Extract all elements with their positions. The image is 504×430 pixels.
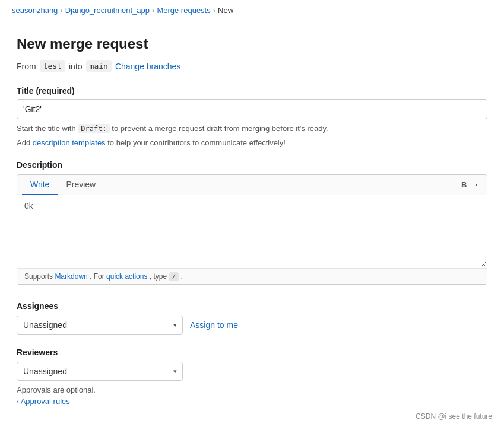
breadcrumb-current: New [218, 6, 233, 15]
from-branch: test [40, 60, 65, 72]
tab-preview[interactable]: Preview [58, 175, 104, 195]
more-icon[interactable]: · [473, 179, 480, 190]
desc-hint-prefix: Add [17, 138, 30, 147]
description-label: Description [17, 160, 487, 170]
editor-footer: Supports Markdown . For quick actions , … [17, 268, 487, 284]
supports-text: Supports [24, 272, 53, 281]
from-label: From [17, 62, 36, 71]
change-branches-link[interactable]: Change branches [115, 62, 181, 71]
assignees-dropdown-wrapper: Unassigned ▾ [17, 316, 183, 335]
title-label: Title (required) [17, 86, 487, 95]
breadcrumb-seasonzhang[interactable]: seasonzhang [12, 6, 58, 15]
breadcrumb-sep-3: › [213, 6, 215, 15]
kbd-slash: / [169, 272, 179, 281]
main-content: New merge request From test into main Ch… [0, 21, 504, 420]
markdown-link[interactable]: Markdown [55, 272, 87, 281]
desc-hint-suffix: to help your contributors to communicate… [107, 138, 286, 147]
reviewers-select[interactable]: Unassigned [17, 362, 183, 381]
draft-hint-text2: to prevent a merge request draft from me… [112, 124, 328, 133]
editor-tabs: Write Preview B · [17, 175, 487, 195]
page-title: New merge request [17, 36, 487, 52]
description-textarea[interactable]: 0k [17, 195, 487, 266]
reviewers-label: Reviewers [17, 348, 487, 357]
from-into-row: From test into main Change branches [17, 60, 487, 72]
assignees-label: Assignees [17, 301, 487, 311]
quick-actions-suffix: , type [150, 272, 167, 281]
into-branch: main [86, 60, 112, 72]
assignee-row: Unassigned ▾ Assign to me [17, 316, 487, 335]
breadcrumb: seasonzhang › Django_recruitment_app › M… [0, 0, 504, 21]
bold-icon[interactable]: B [459, 179, 469, 190]
title-input[interactable] [17, 99, 487, 119]
reviewers-section: Reviewers Unassigned ▾ Approvals are opt… [17, 348, 487, 406]
watermark: CSDN @i see the future [416, 412, 492, 420]
approval-rules-label: Approval rules [21, 397, 70, 406]
draft-code: Draft: [78, 124, 109, 133]
description-section: Description Write Preview B · 0k Support… [17, 160, 487, 285]
editor-tabs-left: Write Preview [22, 175, 104, 195]
into-label: into [69, 62, 83, 71]
footer-period: . [180, 272, 182, 281]
chevron-right-icon: › [17, 398, 19, 405]
draft-hint-text: Start the title with [17, 124, 76, 133]
draft-hint: Start the title with Draft: to prevent a… [17, 123, 487, 135]
reviewers-dropdown-wrapper: Unassigned ▾ [17, 362, 183, 381]
assignees-select[interactable]: Unassigned [17, 316, 183, 335]
description-templates-link[interactable]: description templates [33, 138, 106, 147]
title-field-group: Title (required) [17, 86, 487, 119]
approval-rules-link[interactable]: › Approval rules [17, 397, 487, 406]
approvals-note: Approvals are optional. [17, 386, 487, 394]
assign-to-me-link[interactable]: Assign to me [190, 320, 238, 330]
assignees-section: Assignees Unassigned ▾ Assign to me [17, 301, 487, 335]
breadcrumb-sep-2: › [152, 6, 154, 15]
breadcrumb-repo[interactable]: Django_recruitment_app [65, 6, 150, 15]
tab-write[interactable]: Write [22, 175, 58, 195]
description-editor: Write Preview B · 0k Supports Markdown .… [17, 174, 487, 285]
breadcrumb-merge-requests[interactable]: Merge requests [157, 6, 210, 15]
quick-actions-link[interactable]: quick actions [106, 272, 147, 281]
breadcrumb-sep-1: › [60, 6, 62, 15]
editor-toolbar: B · [459, 179, 482, 190]
description-hint: Add description templates to help your c… [17, 137, 487, 149]
quick-actions-prefix: . For [90, 272, 104, 281]
